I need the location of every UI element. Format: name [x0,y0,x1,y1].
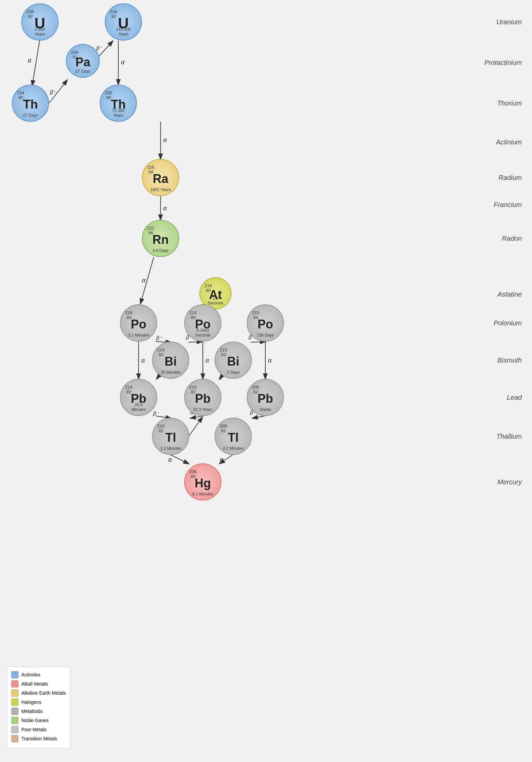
element-bi210: 21083Bi5 Days [215,342,252,379]
legend-color-alkaline-earth [11,689,19,697]
half-life: 0.1643 Seconds [187,328,219,338]
svg-text:β⁻: β⁻ [156,335,163,341]
mass-number: 214 [157,348,165,352]
element-pb206: 20682PbStable [247,379,284,416]
svg-text:α: α [205,357,209,364]
legend-item-metalloids: Metalloids [11,708,66,715]
element-symbol: Pa [75,55,90,69]
element-symbol: Tl [228,431,239,445]
element-symbol: Rn [152,233,169,247]
svg-text:β⁻: β⁻ [50,89,56,95]
atomic-number: 82 [191,390,195,394]
legend-label-actinides: Actinides [21,672,41,677]
half-life: 75,380 Years [102,108,134,118]
half-life: 1.3 Minutes [154,446,187,451]
mass-number: 214 [125,385,132,389]
mass-number: 222 [147,226,154,230]
half-life: Stable [249,407,281,412]
half-life: 8.1 Minutes [187,492,219,497]
half-life: 22.3 Years [187,407,219,412]
atomic-number: 90 [18,95,23,100]
element-symbol: Pb [258,392,273,406]
svg-line-41 [219,455,233,464]
atomic-number: 84 [253,315,258,320]
legend-item-alkaline-earth: Alkaline Earth Metals [11,689,66,697]
half-life: 245,500 Years [107,27,139,37]
atomic-number: 83 [159,352,163,357]
svg-line-1 [32,39,40,86]
legend-color-poor-metals [11,726,19,733]
atomic-number: 82 [253,390,258,394]
element-tl206: 20681Tl4.2 Minutes [215,418,252,455]
atomic-number: 91 [72,55,77,59]
element-pa234: 23491Pa27 Days [66,44,100,78]
atomic-number: 81 [159,429,163,433]
legend-label-alkali: Alkali Metals [21,681,48,687]
svg-line-43 [252,416,265,418]
element-pb210: 21082Pb22.3 Years [184,379,221,416]
element-bi214: 21483Bi20 Minutes [152,342,189,379]
svg-line-45 [189,417,203,436]
element-u234: 23492U245,500 Years [105,3,142,41]
element-pb214: 21482Pb26.8 Minutes [120,379,157,416]
mass-number: 214 [189,310,197,315]
atomic-number: 90 [106,95,111,100]
element-po214: 21484Po0.1643 Seconds [184,304,221,342]
element-th230: 23090Th75,380 Years [100,85,137,122]
mass-number: 218 [204,283,212,288]
mass-number: 238 [26,9,34,14]
half-life: 138 Days [249,333,281,338]
mass-number: 234 [17,91,24,95]
diagram-area: α β⁻ β⁻ α α α α α α [0,0,532,762]
svg-line-29 [190,416,203,418]
element-symbol: Bi [227,354,239,369]
mass-number: 230 [105,91,112,95]
svg-line-13 [140,257,154,304]
mass-number: 226 [147,165,154,169]
legend-color-noble-gases [11,717,19,724]
atomic-number: 92 [28,14,32,19]
half-life: 3.8 Days [144,248,176,253]
element-symbol: Pb [195,392,211,406]
element-th234: 23490Th27 Days [12,85,49,122]
legend-item-actinides: Actinides [11,671,66,678]
element-symbol: Ra [153,172,168,186]
svg-text:α: α [121,59,125,66]
legend-label-metalloids: Metalloids [21,709,43,714]
legend-label-halogens: Halogens [21,699,41,705]
half-life: 1.5 Seconds [202,296,229,305]
svg-line-21 [189,342,203,342]
mass-number: 206 [189,469,197,474]
element-po210: 21084Po138 Days [247,304,284,342]
svg-text:α: α [220,456,223,463]
svg-line-33 [251,342,266,342]
half-life: 1602 Years [144,187,176,192]
legend-label-poor-metals: Poor Metals [21,727,47,732]
legend-item-transition-metals: Transition Metals [11,735,66,742]
atomic-number: 88 [148,170,153,174]
element-u238: 23892U4.5e9 Years [21,3,58,41]
mass-number: 206 [252,385,259,389]
atomic-number: 83 [221,352,226,357]
mass-number: 218 [125,310,132,315]
atomic-number: 82 [126,390,131,394]
legend: ActinidesAlkali MetalsAlkaline Earth Met… [7,667,70,748]
element-symbol: Po [131,317,146,331]
element-symbol: Th [23,97,38,112]
element-symbol: Bi [165,354,177,369]
mass-number: 210 [252,310,259,315]
svg-text:β⁻: β⁻ [96,45,103,51]
mass-number: 210 [157,424,165,428]
mass-number: 234 [71,50,78,54]
svg-text:α: α [268,357,272,364]
element-symbol: Tl [165,431,176,445]
atomic-number: 84 [126,315,131,320]
atomic-number: 84 [191,315,195,320]
legend-label-transition-metals: Transition Metals [21,736,57,741]
svg-text:α: α [168,456,172,463]
svg-line-39 [171,455,189,464]
atomic-number: 80 [191,474,195,479]
svg-line-3 [49,79,68,103]
mass-number: 206 [220,424,227,428]
mass-number: 210 [189,385,197,389]
